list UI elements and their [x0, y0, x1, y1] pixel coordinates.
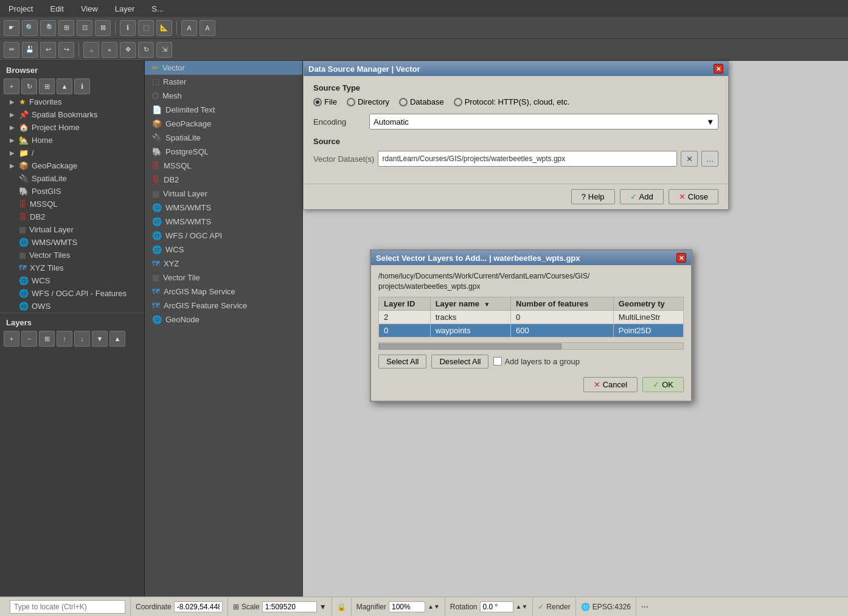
scale-dropdown-icon[interactable]: ▼ — [319, 603, 327, 611]
sidebar-item-spatialite[interactable]: 🔌 SpatiaLite — [0, 172, 144, 185]
layers-remove-btn[interactable]: − — [21, 331, 37, 347]
dsm-mssql-item[interactable]: 🗄 MSSQL — [145, 159, 302, 173]
sidebar-item-wfs[interactable]: 🌐 WFS / OGC API - Features — [0, 287, 144, 300]
svl-close-button[interactable]: ✕ — [676, 253, 686, 263]
epsg-item[interactable]: 🌐 EPSG:4326 — [576, 597, 636, 616]
add-feature-btn[interactable]: + — [102, 42, 117, 58]
layers-filter-btn[interactable]: ⊞ — [39, 331, 55, 347]
zoom-selected-btn[interactable]: ⊠ — [95, 20, 111, 36]
layers-add-btn[interactable]: + — [4, 331, 19, 347]
undo-btn[interactable]: ↩ — [40, 42, 56, 58]
dsm-raster-item[interactable]: ⬚ Raster — [145, 75, 302, 89]
scale-input[interactable] — [262, 601, 317, 612]
database-radio[interactable]: Database — [399, 97, 444, 106]
sidebar-item-mssql[interactable]: 🗄 MSSQL — [0, 198, 144, 210]
dsm-wfs-item[interactable]: 🌐 WFS / OGC API — [145, 229, 302, 243]
menu-edit[interactable]: Edit — [46, 3, 67, 15]
dsm-postgresql-item[interactable]: 🐘 PostgreSQL — [145, 145, 302, 159]
select-all-button[interactable]: Select All — [378, 355, 426, 369]
sidebar-item-favorites[interactable]: ▶ ★ Favorites — [0, 95, 144, 108]
move-btn[interactable]: ✥ — [120, 42, 136, 58]
source-browse-btn[interactable]: … — [701, 151, 718, 167]
zoom-full-btn[interactable]: ⊞ — [58, 20, 74, 36]
dsm-wcs-item[interactable]: 🌐 WCS — [145, 243, 302, 257]
svl-scrollbar[interactable] — [378, 342, 684, 350]
sidebar-item-vector-tiles[interactable]: ▦ Vector Tiles — [0, 249, 144, 261]
save-btn[interactable]: 💾 — [22, 42, 38, 58]
identify-btn[interactable]: ℹ — [120, 20, 136, 36]
table-row[interactable]: 0 waypoints 600 Point25D — [379, 324, 684, 337]
dsm-close-button[interactable]: ✕ — [714, 64, 723, 74]
measure-btn[interactable]: 📐 — [156, 20, 172, 36]
sidebar-filter-btn[interactable]: ⊞ — [39, 78, 55, 94]
label-btn[interactable]: A — [181, 20, 197, 36]
sidebar-add-btn[interactable]: + — [4, 78, 19, 94]
sidebar-item-ows[interactable]: 🌐 OWS — [0, 300, 144, 313]
add-layers-checkbox[interactable] — [493, 357, 502, 365]
menu-project[interactable]: Project — [5, 3, 36, 15]
dsm-wms2-item[interactable]: 🌐 WMS/WMTS — [145, 215, 302, 229]
layers-expand-btn[interactable]: ▼ — [92, 331, 108, 347]
encoding-select[interactable]: Automatic ▼ — [369, 114, 718, 130]
dsm-geopackage-item[interactable]: 📦 GeoPackage — [145, 117, 302, 131]
messages-item[interactable]: ⋯ — [636, 597, 653, 616]
sidebar-collapse-btn[interactable]: ▲ — [57, 78, 72, 94]
magnifier-arrows[interactable]: ▲▼ — [428, 603, 440, 610]
dsm-vt-item[interactable]: ▦ Vector Tile — [145, 271, 302, 285]
dsm-delimited-item[interactable]: 📄 Delimited Text — [145, 103, 302, 117]
menu-layer[interactable]: Layer — [111, 3, 139, 15]
scale-btn[interactable]: ⇲ — [156, 42, 172, 58]
dsm-spatialite-item[interactable]: 🔌 SpatiaLite — [145, 131, 302, 145]
sidebar-item-virtual-layer[interactable]: ▦ Virtual Layer — [0, 223, 144, 236]
node-btn[interactable]: ⬦ — [83, 42, 99, 58]
edit-btn[interactable]: ✏ — [4, 42, 19, 58]
layers-collapse-btn[interactable]: ▲ — [109, 331, 125, 347]
deselect-all-button[interactable]: Deselect All — [431, 355, 488, 369]
sidebar-refresh-btn[interactable]: ↻ — [21, 78, 37, 94]
sidebar-item-geopackage[interactable]: ▶ 📦 GeoPackage — [0, 159, 144, 172]
sidebar-item-xyz[interactable]: 🗺 XYZ Tiles — [0, 261, 144, 274]
table-row[interactable]: 2 tracks 0 MultiLineStr — [379, 310, 684, 324]
dsm-geonode-item[interactable]: 🌐 GeoNode — [145, 313, 302, 327]
menu-view[interactable]: View — [77, 3, 102, 15]
zoom-out-btn[interactable]: 🔎 — [40, 20, 56, 36]
directory-radio[interactable]: Directory — [347, 97, 389, 106]
pan-tool-btn[interactable]: ☛ — [4, 20, 19, 36]
add-layers-group-label[interactable]: Add layers to a group — [493, 357, 580, 366]
rotation-arrows[interactable]: ▲▼ — [516, 603, 528, 610]
locate-input[interactable] — [10, 600, 125, 614]
svl-ok-button[interactable]: ✓ OK — [642, 377, 684, 392]
dsm-mesh-item[interactable]: ⬡ Mesh — [145, 89, 302, 103]
sidebar-item-wms[interactable]: 🌐 WMS/WMTS — [0, 236, 144, 249]
sort-icon[interactable]: ▼ — [484, 301, 490, 308]
dsm-arcgis-feature-item[interactable]: 🗺 ArcGIS Feature Service — [145, 299, 302, 313]
dsm-arcgis-map-item[interactable]: 🗺 ArcGIS Map Service — [145, 285, 302, 299]
dsm-vector-item[interactable]: ✏ Vector — [145, 61, 302, 75]
menu-s[interactable]: S... — [148, 3, 167, 15]
label2-btn[interactable]: A — [200, 20, 215, 36]
sidebar-item-home[interactable]: ▶ 🏡 Home — [0, 134, 144, 147]
layers-down-btn[interactable]: ↓ — [74, 331, 90, 347]
svl-cancel-button[interactable]: ✕ Cancel — [583, 377, 638, 392]
protocol-radio[interactable]: Protocol: HTTP(S), cloud, etc. — [454, 97, 570, 106]
dsm-db2-item[interactable]: 🗄 DB2 — [145, 173, 302, 187]
dsm-vl-item[interactable]: ▦ Virtual Layer — [145, 187, 302, 201]
sidebar-item-root[interactable]: ▶ 📁 / — [0, 147, 144, 159]
lock-item[interactable]: 🔒 — [332, 597, 352, 616]
sidebar-item-bookmarks[interactable]: ▶ 📌 Spatial Bookmarks — [0, 108, 144, 121]
dsm-xyz-item[interactable]: 🗺 XYZ — [145, 257, 302, 271]
rotate-btn[interactable]: ↻ — [138, 42, 154, 58]
rotation-input[interactable] — [480, 601, 513, 612]
sidebar-item-postgis[interactable]: 🐘 PostGIS — [0, 185, 144, 198]
sidebar-item-db2[interactable]: 🗄 DB2 — [0, 210, 144, 223]
dsm-help-button[interactable]: ? Help — [571, 189, 615, 204]
dsm-wms-item[interactable]: 🌐 WMS/WMTS — [145, 201, 302, 215]
zoom-in-btn[interactable]: 🔍 — [22, 20, 38, 36]
file-radio[interactable]: File — [313, 97, 337, 106]
dsm-close-btn-footer[interactable]: ✕ Close — [669, 189, 718, 204]
sidebar-item-project-home[interactable]: ▶ 🏠 Project Home — [0, 121, 144, 134]
sidebar-props-btn[interactable]: ℹ — [74, 78, 90, 94]
source-clear-btn[interactable]: ✕ — [681, 151, 698, 167]
coordinate-input[interactable] — [174, 601, 223, 612]
select-btn[interactable]: ⬚ — [138, 20, 154, 36]
